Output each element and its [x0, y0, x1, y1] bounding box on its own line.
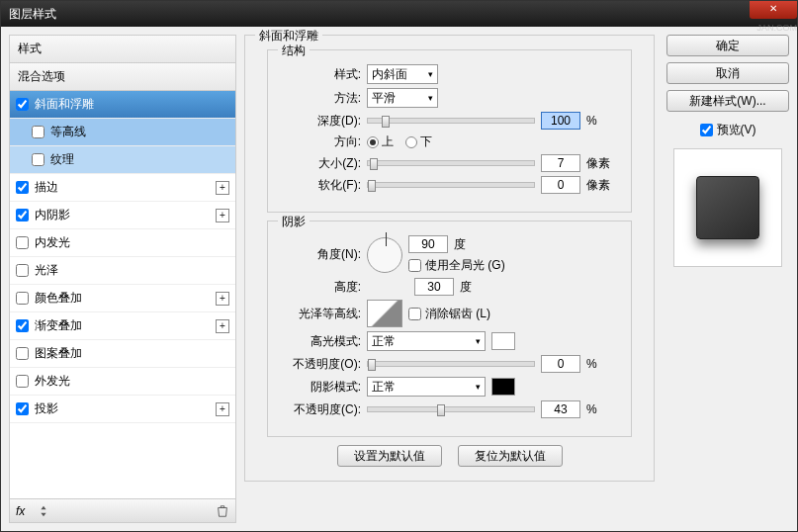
- style-item-checkbox[interactable]: [32, 126, 44, 138]
- size-unit: 像素: [586, 155, 614, 172]
- style-list-item[interactable]: 光泽: [10, 257, 235, 285]
- style-item-checkbox[interactable]: [16, 292, 29, 305]
- style-item-checkbox[interactable]: [16, 264, 29, 277]
- angle-input[interactable]: 90: [408, 235, 448, 253]
- global-light-checkbox[interactable]: 使用全局光 (G): [408, 257, 505, 274]
- style-list-item[interactable]: 内阴影+: [10, 202, 235, 229]
- style-item-checkbox[interactable]: [16, 347, 29, 360]
- style-item-label: 等高线: [50, 124, 86, 140]
- angle-widget[interactable]: [367, 237, 402, 273]
- shadow-color-swatch[interactable]: [491, 378, 515, 396]
- depth-slider[interactable]: [367, 118, 535, 124]
- style-item-checkbox[interactable]: [16, 98, 29, 111]
- window-title: 图层样式: [9, 6, 789, 23]
- close-button[interactable]: ✕: [750, 1, 797, 19]
- size-slider[interactable]: [367, 160, 535, 166]
- highlight-opacity-unit: %: [586, 357, 614, 371]
- style-list-item[interactable]: 内发光: [10, 229, 235, 257]
- size-input[interactable]: 7: [541, 154, 580, 172]
- trash-icon[interactable]: [216, 504, 229, 518]
- soften-unit: 像素: [586, 177, 614, 194]
- direction-down-radio[interactable]: 下: [405, 133, 432, 150]
- add-effect-icon[interactable]: +: [216, 181, 229, 195]
- preview-swatch: [696, 176, 759, 239]
- style-list-item[interactable]: 颜色叠加+: [10, 285, 235, 312]
- left-panel-footer: fx: [9, 499, 236, 523]
- style-item-checkbox[interactable]: [32, 153, 44, 166]
- style-select[interactable]: 内斜面▾: [367, 64, 438, 84]
- soften-slider[interactable]: [367, 182, 535, 188]
- style-item-checkbox[interactable]: [16, 236, 29, 249]
- style-list-item[interactable]: 纹理: [10, 146, 235, 174]
- style-list-item[interactable]: 等高线: [10, 119, 235, 146]
- style-item-label: 光泽: [35, 262, 58, 279]
- soften-input[interactable]: 0: [541, 176, 580, 194]
- highlight-color-swatch[interactable]: [491, 332, 515, 350]
- shadow-mode-select[interactable]: 正常▾: [367, 377, 486, 397]
- structure-group: 结构 样式: 内斜面▾ 方法: 平滑▾ 深度(D): 100 %: [267, 49, 632, 213]
- add-effect-icon[interactable]: +: [216, 292, 229, 306]
- highlight-mode-select[interactable]: 正常▾: [367, 331, 486, 351]
- preview-checkbox[interactable]: 预览(V): [666, 122, 789, 138]
- style-item-checkbox[interactable]: [16, 375, 29, 388]
- shadow-opacity-input[interactable]: 43: [541, 400, 580, 418]
- fx-menu-icon[interactable]: fx: [16, 504, 25, 518]
- style-list: 样式 混合选项 斜面和浮雕等高线纹理描边+内阴影+内发光光泽颜色叠加+渐变叠加+…: [9, 35, 236, 499]
- highlight-opacity-input[interactable]: 0: [541, 355, 580, 373]
- style-item-checkbox[interactable]: [16, 209, 29, 222]
- shadow-opacity-label: 不透明度(C):: [282, 401, 361, 418]
- style-list-item[interactable]: 外发光: [10, 368, 235, 396]
- chevron-down-icon: ▾: [428, 93, 433, 103]
- cancel-button[interactable]: 取消: [666, 62, 789, 84]
- depth-input[interactable]: 100: [541, 112, 580, 130]
- style-item-checkbox[interactable]: [16, 402, 29, 415]
- style-list-item[interactable]: 渐变叠加+: [10, 312, 235, 340]
- soften-label: 软化(F):: [282, 177, 361, 194]
- add-effect-icon[interactable]: +: [216, 319, 229, 333]
- depth-label: 深度(D):: [282, 113, 361, 130]
- style-label: 样式:: [282, 66, 361, 83]
- style-list-item[interactable]: 图案叠加: [10, 340, 235, 368]
- highlight-opacity-label: 不透明度(O):: [282, 356, 361, 373]
- antialias-checkbox[interactable]: 消除锯齿 (L): [408, 306, 490, 322]
- chevron-down-icon: ▾: [476, 336, 481, 346]
- method-label: 方法:: [282, 90, 361, 107]
- style-item-checkbox[interactable]: [16, 319, 29, 332]
- altitude-input[interactable]: 30: [414, 278, 454, 296]
- style-list-item[interactable]: 斜面和浮雕: [10, 91, 235, 119]
- list-header-blend[interactable]: 混合选项: [10, 63, 235, 91]
- list-header-styles[interactable]: 样式: [10, 36, 235, 63]
- highlight-mode-label: 高光模式:: [282, 333, 361, 350]
- size-label: 大小(Z):: [282, 155, 361, 172]
- method-select[interactable]: 平滑▾: [367, 88, 438, 108]
- gloss-contour-label: 光泽等高线:: [282, 306, 361, 322]
- highlight-opacity-slider[interactable]: [367, 361, 535, 367]
- depth-unit: %: [586, 114, 614, 128]
- titlebar[interactable]: 图层样式 ✕ JAN.COM: [1, 1, 797, 27]
- arrow-up-down-icon[interactable]: [37, 504, 50, 518]
- style-item-label: 投影: [35, 400, 58, 417]
- style-item-label: 描边: [35, 179, 58, 196]
- style-item-label: 斜面和浮雕: [35, 96, 94, 113]
- add-effect-icon[interactable]: +: [216, 209, 229, 222]
- style-item-checkbox[interactable]: [16, 181, 29, 194]
- new-style-button[interactable]: 新建样式(W)...: [666, 90, 789, 112]
- structure-legend: 结构: [278, 43, 310, 59]
- angle-label: 角度(N):: [282, 246, 361, 263]
- direction-up-radio[interactable]: 上: [367, 133, 394, 150]
- gloss-contour-select[interactable]: [367, 300, 402, 327]
- shadow-mode-label: 阴影模式:: [282, 379, 361, 396]
- reset-default-button[interactable]: 复位为默认值: [458, 445, 563, 467]
- style-item-label: 内发光: [35, 234, 70, 251]
- style-item-label: 图案叠加: [35, 345, 82, 362]
- watermark: JAN.COM: [757, 23, 798, 33]
- set-default-button[interactable]: 设置为默认值: [337, 445, 442, 467]
- direction-label: 方向:: [282, 133, 361, 150]
- style-list-item[interactable]: 描边+: [10, 174, 235, 202]
- shadow-opacity-slider[interactable]: [367, 406, 535, 412]
- add-effect-icon[interactable]: +: [216, 402, 229, 416]
- preview-box: [673, 148, 782, 267]
- style-list-item[interactable]: 投影+: [10, 396, 235, 423]
- ok-button[interactable]: 确定: [666, 35, 789, 56]
- style-item-label: 纹理: [50, 151, 74, 168]
